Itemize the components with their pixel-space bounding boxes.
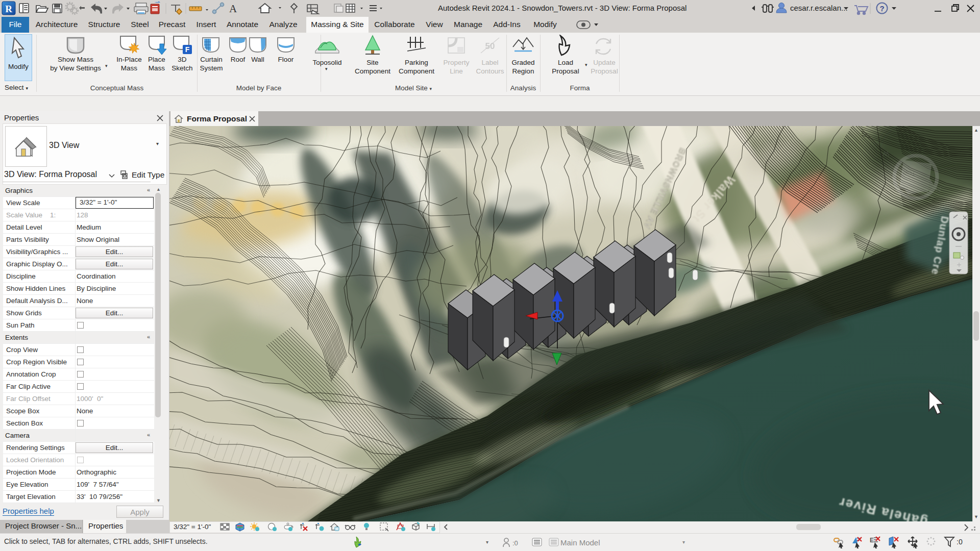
svg-text:cesar.r.escalan...: cesar.r.escalan... bbox=[790, 4, 848, 12]
svg-text:F: F bbox=[185, 45, 190, 54]
svg-text:50: 50 bbox=[485, 41, 495, 51]
svg-text:W: W bbox=[883, 150, 889, 158]
svg-text:E: E bbox=[870, 537, 874, 544]
svg-text:R: R bbox=[5, 4, 12, 14]
svg-text::0: :0 bbox=[957, 538, 963, 546]
svg-text:A: A bbox=[229, 3, 237, 15]
svg-text:?: ? bbox=[879, 4, 884, 13]
svg-text::0: :0 bbox=[512, 539, 518, 547]
